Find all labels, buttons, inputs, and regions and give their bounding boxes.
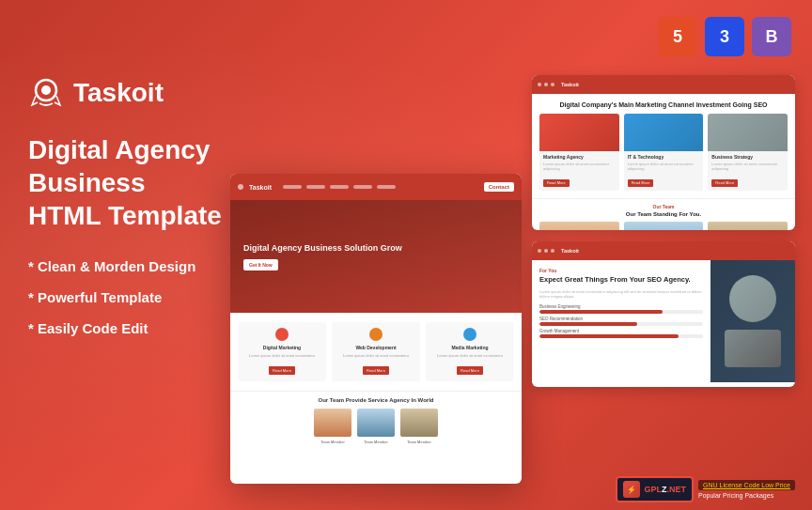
mockup-team-title: Our Team Provide Service Agency In World bbox=[238, 397, 514, 403]
sc-card-title-2: IT & Technology bbox=[628, 154, 700, 160]
license-text: GNU License Code Low Price bbox=[698, 480, 795, 490]
sc-desc-text: Lorem ipsum dolor sit amet consectetur a… bbox=[539, 289, 703, 300]
sc-photo-2 bbox=[624, 222, 704, 230]
sc-team-row: Angelina Roy Marcus Fletcher Abraham Hou… bbox=[539, 222, 788, 230]
sc-bottom-dot-3 bbox=[551, 249, 554, 253]
team-name-3: Team Member bbox=[400, 440, 438, 444]
team-avatar-3 bbox=[400, 409, 438, 437]
sc-card-body-1: Marketing Agency Lorem ipsum dolor sit a… bbox=[539, 151, 619, 191]
sc-card-img-1 bbox=[539, 114, 619, 151]
sc-card-btn-3[interactable]: Read More bbox=[711, 179, 738, 187]
service-title-2: Web Development bbox=[336, 345, 416, 350]
sc-progress-bar-2 bbox=[539, 322, 703, 326]
sc-card-title-3: Business Strategy bbox=[711, 154, 784, 160]
watermark-badge: ⚡ GPLZ.NET bbox=[616, 476, 694, 502]
main-title-line2: HTML Template bbox=[28, 201, 222, 230]
sc-progress-2: SEO Recommendation bbox=[539, 317, 703, 326]
service-icon-1 bbox=[275, 328, 289, 341]
watermark-icon: ⚡ bbox=[623, 481, 640, 498]
sc-main-heading: Digital Company's Main Marketing Channel… bbox=[539, 101, 788, 108]
watermark-text: GPLZ.NET bbox=[644, 485, 686, 494]
sc-dot-3 bbox=[551, 83, 554, 86]
mockup-team-row: Team Member Team Member Team Member bbox=[238, 409, 514, 444]
sc-team-section: Our Team Our Team Standing For You. Ange… bbox=[532, 198, 795, 230]
feature-item-2: * Powerful Template bbox=[28, 289, 263, 305]
sc-person-1 bbox=[729, 275, 776, 322]
mockup-hero: Digital Agency Business Solution Grow Ge… bbox=[230, 200, 522, 313]
sc-cards-row: Marketing Agency Lorem ipsum dolor sit a… bbox=[539, 114, 788, 191]
team-name-2: Team Member bbox=[357, 440, 395, 444]
brand-logo: Taskoit bbox=[28, 75, 263, 111]
sc-top-header: Taskoit bbox=[532, 75, 795, 94]
service-btn-2[interactable]: Read More bbox=[363, 366, 389, 375]
bootstrap-icon: B bbox=[752, 17, 791, 56]
sc-big-title: Expect Great Things From Your SEO Agency… bbox=[539, 275, 703, 285]
sc-card-1: Marketing Agency Lorem ipsum dolor sit a… bbox=[539, 114, 619, 191]
sc-card-title-1: Marketing Agency bbox=[543, 154, 616, 160]
team-avatar-1 bbox=[314, 409, 351, 437]
sc-progress-label-2: SEO Recommendation bbox=[539, 317, 703, 321]
popular-text: Popular Pricing Packages bbox=[698, 492, 795, 499]
brand-logo-icon bbox=[28, 75, 64, 111]
sc-progress-fill-3 bbox=[539, 334, 679, 338]
mockup-logo-dot bbox=[238, 184, 243, 190]
sc-bottom-right bbox=[710, 260, 795, 382]
sc-bottom-header-text: Taskoit bbox=[561, 248, 579, 254]
sc-card-text-1: Lorem ipsum dolor sit amet consectetur a… bbox=[543, 162, 616, 171]
sc-progress-fill-1 bbox=[539, 310, 663, 314]
sc-card-2: IT & Technology Lorem ipsum dolor sit am… bbox=[624, 114, 704, 191]
sc-photo-1 bbox=[539, 222, 619, 230]
left-content: Taskoit Digital Agency Business HTML Tem… bbox=[28, 75, 263, 336]
sc-bottom-main: For You Expect Great Things From Your SE… bbox=[532, 260, 795, 382]
sc-card-text-2: Lorem ipsum dolor sit amet consectetur a… bbox=[628, 162, 700, 171]
mockup-cta[interactable]: Contact bbox=[484, 182, 514, 192]
sc-member-3: Abraham House bbox=[708, 222, 788, 230]
screenshot-bottom: Taskoit For You Expect Great Things From… bbox=[532, 241, 795, 387]
team-avatar-2 bbox=[357, 409, 395, 437]
sc-person-2 bbox=[725, 330, 781, 367]
sc-card-btn-1[interactable]: Read More bbox=[543, 179, 570, 187]
center-mockup: Taskoit Contact Digital Agency Business … bbox=[230, 174, 522, 484]
sc-top-content: Digital Company's Main Marketing Channel… bbox=[532, 94, 795, 198]
sc-progress-label-1: Business Engineering bbox=[539, 304, 703, 309]
service-btn-1[interactable]: Read More bbox=[269, 366, 295, 375]
service-text-3: Lorem ipsum dolor sit amet consectetur bbox=[429, 353, 510, 359]
sc-right-image bbox=[710, 260, 795, 382]
mockup-service-3: Media Marketing Lorem ipsum dolor sit am… bbox=[426, 322, 514, 381]
features-list: * Clean & Morden Design * Powerful Templ… bbox=[28, 258, 263, 336]
right-screenshots: Taskoit Digital Company's Main Marketing… bbox=[532, 75, 795, 387]
sc-team-label: Our Team bbox=[539, 204, 788, 209]
main-title-line1: Digital Agency Business bbox=[28, 135, 210, 197]
sc-bottom-header: Taskoit bbox=[532, 241, 795, 260]
mockup-services: Digital Marketing Lorem ipsum dolor sit … bbox=[230, 313, 522, 391]
mockup-hero-title: Digital Agency Business Solution Grow bbox=[243, 242, 508, 255]
sc-card-img-2 bbox=[624, 114, 704, 151]
mockup-team-member-2: Team Member bbox=[357, 409, 395, 444]
brand-name: Taskoit bbox=[73, 78, 164, 108]
service-title-1: Digital Marketing bbox=[242, 345, 322, 350]
sc-bottom-left: For You Expect Great Things From Your SE… bbox=[532, 260, 710, 382]
sc-bottom-dot-1 bbox=[538, 249, 541, 253]
mockup-team: Our Team Provide Service Agency In World… bbox=[230, 391, 522, 448]
feature-item-1: * Clean & Morden Design bbox=[28, 258, 263, 274]
sc-card-body-3: Business Strategy Lorem ipsum dolor sit … bbox=[708, 151, 788, 191]
sc-progress-bar-3 bbox=[539, 334, 703, 338]
tech-icons-group: 5 3 B bbox=[658, 17, 791, 56]
sc-card-btn-2[interactable]: Read More bbox=[628, 179, 654, 187]
css3-icon: 3 bbox=[705, 17, 744, 56]
sc-progress-3: Growth Management bbox=[539, 329, 703, 338]
sc-bottom-dot-2 bbox=[544, 249, 548, 253]
sc-dot-1 bbox=[538, 83, 541, 86]
service-icon-3 bbox=[463, 328, 476, 341]
mockup-team-member-3: Team Member bbox=[400, 409, 438, 444]
service-btn-3[interactable]: Read More bbox=[457, 366, 483, 375]
sc-member-2: Marcus Fletcher bbox=[624, 222, 704, 230]
sc-right-people bbox=[725, 275, 781, 367]
mockup-service-1: Digital Marketing Lorem ipsum dolor sit … bbox=[238, 322, 326, 381]
mockup-service-2: Web Development Lorem ipsum dolor sit am… bbox=[332, 322, 420, 381]
sc-top-title: Taskoit bbox=[561, 82, 579, 87]
mockup-team-member-1: Team Member bbox=[314, 409, 351, 444]
sc-card-3: Business Strategy Lorem ipsum dolor sit … bbox=[708, 114, 788, 191]
svg-point-1 bbox=[41, 85, 51, 95]
mockup-hero-btn[interactable]: Get It Now bbox=[243, 259, 278, 270]
